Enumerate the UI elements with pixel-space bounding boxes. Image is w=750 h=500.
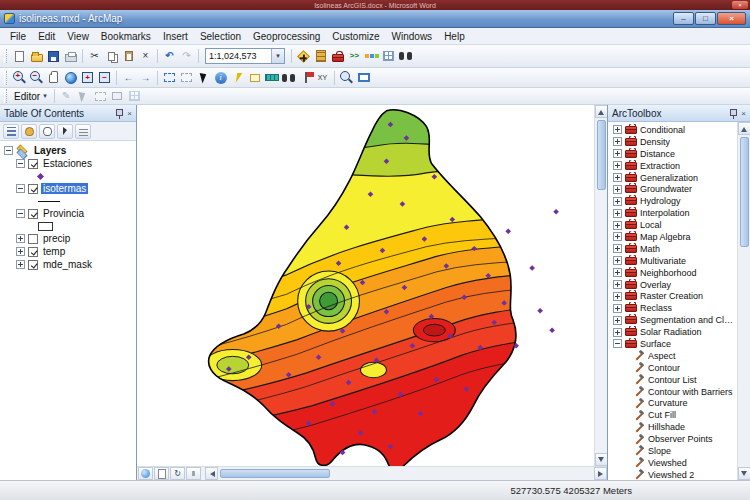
select-elements-button[interactable]: [195, 70, 212, 86]
data-view-button[interactable]: [138, 467, 153, 480]
expand-icon[interactable]: [613, 197, 622, 206]
background-close-button[interactable]: ×: [732, 1, 748, 9]
select-features-button[interactable]: [161, 70, 178, 86]
menu-insert[interactable]: Insert: [157, 30, 194, 43]
layer-checkbox[interactable]: [28, 234, 38, 244]
expand-icon[interactable]: [613, 221, 622, 230]
expand-icon[interactable]: [16, 234, 25, 243]
list-by-drawing-order-button[interactable]: [3, 124, 19, 139]
expand-icon[interactable]: [613, 304, 622, 313]
menu-selection[interactable]: Selection: [194, 30, 247, 43]
pin-icon[interactable]: [729, 109, 737, 118]
find-button[interactable]: [280, 70, 297, 86]
expand-icon[interactable]: [613, 209, 622, 218]
tool-contour-with-barriers[interactable]: Contour with Barriers: [608, 386, 737, 398]
paste-button[interactable]: [120, 48, 137, 64]
expand-icon[interactable]: [613, 161, 622, 170]
toolbar-grip[interactable]: [4, 49, 7, 63]
new-document-button[interactable]: [11, 48, 28, 64]
toolset-extraction[interactable]: Extraction: [608, 160, 737, 172]
collapse-icon[interactable]: [16, 159, 25, 168]
modelbuilder-button[interactable]: [363, 48, 380, 64]
layer-checkbox[interactable]: [28, 159, 38, 169]
expand-icon[interactable]: [16, 260, 25, 269]
viewer-window-button[interactable]: [355, 70, 372, 86]
search-window-button[interactable]: [397, 48, 414, 64]
fixed-zoom-out-button[interactable]: −: [96, 70, 113, 86]
menu-bookmarks[interactable]: Bookmarks: [95, 30, 157, 43]
toolset-distance[interactable]: Distance: [608, 148, 737, 160]
tool-hillshade[interactable]: Hillshade: [608, 421, 737, 433]
toolset-neighborhood[interactable]: Neighborhood: [608, 267, 737, 279]
list-by-selection-button[interactable]: [57, 124, 73, 139]
toolset-groundwater[interactable]: Groundwater: [608, 183, 737, 195]
html-popup-button[interactable]: [246, 70, 263, 86]
edit-arrow-button[interactable]: [75, 88, 92, 104]
expand-icon[interactable]: [613, 328, 622, 337]
expand-icon[interactable]: [16, 247, 25, 256]
close-button[interactable]: ×: [717, 12, 746, 25]
expand-icon[interactable]: [613, 125, 622, 134]
layer-item-provincia[interactable]: Provincia: [0, 207, 136, 220]
menu-file[interactable]: File: [4, 30, 32, 43]
toc-header[interactable]: Table Of Contents ×: [0, 105, 136, 122]
scroll-up-button[interactable]: [595, 105, 608, 118]
expand-icon[interactable]: [613, 292, 622, 301]
menu-windows[interactable]: Windows: [386, 30, 439, 43]
minimize-button[interactable]: –: [673, 12, 694, 25]
full-extent-button[interactable]: [62, 70, 79, 86]
editor-menu-label[interactable]: Editor: [11, 91, 43, 102]
layer-item-temp[interactable]: temp: [0, 245, 136, 258]
toolbar-grip[interactable]: [4, 89, 7, 103]
refresh-view-button[interactable]: ↻: [170, 467, 185, 480]
identify-button[interactable]: i: [212, 70, 229, 86]
layer-label[interactable]: isotermas: [41, 183, 88, 194]
tool-aspect[interactable]: Aspect: [608, 350, 737, 362]
expand-icon[interactable]: [613, 244, 622, 253]
python-window-button[interactable]: >>: [346, 48, 363, 64]
tool-cut-fill[interactable]: Cut Fill: [608, 409, 737, 421]
add-data-button[interactable]: [295, 48, 312, 64]
edit-sketch-button[interactable]: ✎: [58, 88, 75, 104]
edit-vertices-button[interactable]: [92, 88, 109, 104]
layer-label[interactable]: temp: [41, 246, 67, 257]
redo-button[interactable]: ↷: [178, 48, 195, 64]
tool-contour[interactable]: Contour: [608, 362, 737, 374]
fixed-zoom-in-button[interactable]: +: [79, 70, 96, 86]
map-scale-value[interactable]: 1:1,024,573: [209, 51, 271, 61]
toolset-solar-radiation[interactable]: Solar Radiation: [608, 326, 737, 338]
tool-viewshed-2[interactable]: Viewshed 2: [608, 469, 737, 480]
menu-view[interactable]: View: [61, 30, 95, 43]
cut-button[interactable]: ✂: [86, 48, 103, 64]
list-by-visibility-button[interactable]: [39, 124, 55, 139]
toolset-interpolation[interactable]: Interpolation: [608, 207, 737, 219]
menu-geoprocessing[interactable]: Geoprocessing: [247, 30, 326, 43]
tool-slope[interactable]: Slope: [608, 445, 737, 457]
toolset-reclass[interactable]: Reclass: [608, 302, 737, 314]
expand-icon[interactable]: [613, 137, 622, 146]
vertical-scroll-thumb[interactable]: [597, 120, 606, 190]
tool-observer-points[interactable]: Observer Points: [608, 433, 737, 445]
expand-icon[interactable]: [613, 268, 622, 277]
arctoolbox-scrollbar[interactable]: [737, 122, 750, 480]
tool-contour-list[interactable]: Contour List: [608, 374, 737, 386]
back-extent-button[interactable]: ←: [120, 70, 137, 86]
delete-button[interactable]: ×: [137, 48, 154, 64]
scale-dropdown-button[interactable]: ▾: [271, 49, 284, 63]
scroll-down-button[interactable]: [595, 453, 608, 466]
toolset-map-algebra[interactable]: Map Algebra: [608, 231, 737, 243]
measure-button[interactable]: [263, 70, 280, 86]
maximize-button[interactable]: □: [695, 12, 716, 25]
layers-root-label[interactable]: Layers: [32, 145, 68, 156]
toolset-multivariate[interactable]: Multivariate: [608, 255, 737, 267]
toc-close-button[interactable]: ×: [127, 109, 132, 118]
layer-label[interactable]: precip: [41, 233, 72, 244]
horizontal-scroll-thumb[interactable]: [220, 469, 330, 478]
scroll-left-button[interactable]: [205, 467, 218, 480]
toolset-local[interactable]: Local: [608, 219, 737, 231]
arctoolbox-close-button[interactable]: ×: [741, 109, 746, 118]
toc-options-button[interactable]: [75, 124, 91, 139]
pin-icon[interactable]: [115, 109, 123, 118]
layer-checkbox[interactable]: [28, 260, 38, 270]
hyperlink-button[interactable]: [229, 70, 246, 86]
